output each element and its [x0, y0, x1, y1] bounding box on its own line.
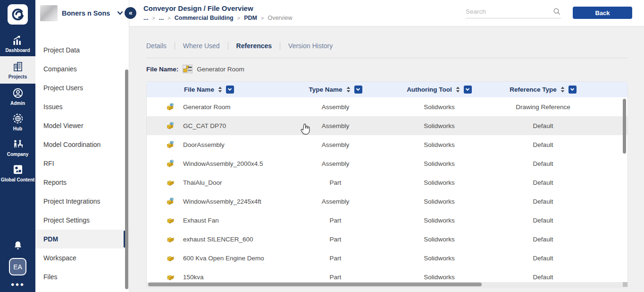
- tab-bar: DetailsWhere UsedReferencesVersion Histo…: [146, 42, 333, 50]
- type-name-cell: Part: [284, 217, 387, 224]
- authoring-tool-cell: Solidworks: [387, 103, 491, 111]
- table-horizontal-scrollbar-track[interactable]: [147, 282, 627, 287]
- search-input[interactable]: [466, 7, 553, 18]
- column-header-label: File Name: [184, 86, 214, 93]
- breadcrumb-separator: >: [167, 15, 170, 21]
- sidebar-item-global-content[interactable]: Global Content: [0, 160, 35, 186]
- sidebar-item-issues[interactable]: Issues: [35, 97, 129, 116]
- type-name-cell: Assembly: [284, 198, 387, 205]
- file-name-cell: exhaust SILENCER_600: [147, 235, 284, 243]
- sidebar-scrollbar[interactable]: [125, 69, 128, 289]
- table-vertical-scrollbar[interactable]: [623, 99, 626, 154]
- file-name-text: Generator Room: [183, 103, 231, 111]
- reference-type-cell: Default: [491, 236, 595, 243]
- overflow-menu-icon[interactable]: ●●●: [11, 283, 25, 286]
- sidebar-item-projects[interactable]: Projects: [0, 56, 35, 84]
- menu-item-label: Issues: [43, 103, 62, 111]
- filter-chevron-down-icon[interactable]: [464, 86, 472, 94]
- sidebar-item-label: Dashboard: [5, 48, 30, 53]
- tab-details[interactable]: Details: [146, 42, 167, 50]
- sort-arrows-icon[interactable]: [218, 86, 222, 93]
- reference-type-cell: Drawing Reference: [491, 103, 595, 111]
- sidebar-item-workspace[interactable]: Workspace: [35, 249, 129, 267]
- main-content: DetailsWhere UsedReferencesVersion Histo…: [129, 26, 644, 292]
- table-row[interactable]: ThaiAlu_DoorPartSolidworksDefault: [147, 173, 627, 192]
- back-button[interactable]: Back: [573, 7, 632, 19]
- table-row[interactable]: 600 Kva Open Engine DemoPartSolidworksDe…: [147, 249, 627, 267]
- sidebar-item-reports[interactable]: Reports: [35, 173, 129, 192]
- authoring-tool-cell: Solidworks: [387, 141, 491, 148]
- menu-item-label: Project Settings: [43, 216, 90, 224]
- tab-where-used[interactable]: Where Used: [183, 42, 220, 50]
- sidebar-item-files[interactable]: Files: [35, 267, 129, 286]
- sidebar-item-companies[interactable]: Companies: [35, 60, 129, 78]
- column-header-label: Authoring Tool: [407, 86, 452, 93]
- user-avatar[interactable]: EA: [9, 258, 26, 275]
- sort-arrows-icon[interactable]: [560, 86, 565, 93]
- search-box: [466, 7, 561, 18]
- column-header-authoring-tool: Authoring Tool: [387, 86, 491, 94]
- menu-item-label: Model Viewer: [43, 122, 84, 129]
- search-icon[interactable]: [553, 8, 561, 17]
- breadcrumb-item[interactable]: Commercial Building: [175, 15, 234, 21]
- table-row[interactable]: GC_CAT DP70AssemblySolidworksDefault: [147, 116, 627, 135]
- sidebar-item-rfi[interactable]: RFI: [35, 154, 129, 173]
- authoring-tool-cell: Solidworks: [387, 255, 491, 262]
- filter-chevron-down-icon[interactable]: [226, 86, 234, 94]
- assembly-icon: [167, 140, 175, 149]
- file-name-cell: 150kva: [147, 273, 284, 281]
- breadcrumb-item[interactable]: Overview: [268, 15, 292, 21]
- breadcrumb-item[interactable]: ...: [143, 15, 148, 21]
- notifications-bell-icon[interactable]: [13, 240, 23, 251]
- authoring-tool-cell: Solidworks: [387, 198, 491, 205]
- tab-version-history[interactable]: Version History: [288, 42, 333, 50]
- sidebar-item-project-settings[interactable]: Project Settings: [35, 211, 129, 230]
- sidebar-menu: Project DataCompaniesProject UsersIssues…: [35, 41, 129, 286]
- sort-arrows-icon[interactable]: [346, 86, 351, 93]
- filter-chevron-down-icon[interactable]: [354, 86, 362, 94]
- sidebar-item-hub[interactable]: Hub: [0, 109, 35, 135]
- table-body: Generator RoomAssemblySolidworksDrawing …: [147, 97, 627, 286]
- sort-arrows-icon[interactable]: [456, 86, 460, 93]
- table-header-row: File NameType NameAuthoring ToolReferenc…: [147, 82, 627, 97]
- reference-type-cell: Default: [491, 122, 595, 129]
- sidebar-item-model-coordination[interactable]: Model Coordination: [35, 135, 129, 154]
- breadcrumb-separator: >: [152, 15, 155, 21]
- table-row[interactable]: Generator RoomAssemblySolidworksDrawing …: [147, 97, 627, 116]
- workspace-selector[interactable]: Boners n Sons: [35, 0, 129, 26]
- table-row[interactable]: exhaust SILENCER_600PartSolidworksDefaul…: [147, 230, 627, 249]
- workspace-thumbnail: [40, 5, 58, 21]
- table-row[interactable]: Exhaust FanPartSolidworksDefault: [147, 211, 627, 230]
- table-row[interactable]: DoorAssemblyAssemblySolidworksDefault: [147, 135, 627, 154]
- sidebar-item-project-data[interactable]: Project Data: [35, 41, 129, 60]
- collapse-sidebar-button[interactable]: «: [124, 6, 137, 20]
- breadcrumb-item[interactable]: PDM: [244, 15, 257, 21]
- breadcrumb-item[interactable]: ...: [159, 15, 164, 21]
- file-name-cell: ThaiAlu_Door: [147, 178, 284, 187]
- sidebar-item-admin[interactable]: Admin: [0, 84, 35, 109]
- table-row[interactable]: WindowAssembly_2000x4.5AssemblySolidwork…: [147, 154, 627, 173]
- type-name-cell: Part: [284, 236, 387, 243]
- sidebar-item-model-viewer[interactable]: Model Viewer: [35, 116, 129, 135]
- file-name-text: 600 Kva Open Engine Demo: [183, 255, 264, 262]
- tab-divider: [228, 42, 228, 50]
- column-header-type-name: Type Name: [284, 86, 387, 94]
- tab-divider: [175, 42, 175, 50]
- sidebar-item-dashboard[interactable]: Dashboard: [0, 31, 35, 56]
- sidebar-item-pdm[interactable]: PDM: [35, 230, 129, 249]
- file-name-cell: WindowAssembly_2000x4.5: [147, 159, 284, 168]
- tab-references[interactable]: References: [236, 42, 272, 50]
- sidebar-item-company[interactable]: Company: [0, 135, 35, 160]
- sidebar-item-project-users[interactable]: Project Users: [35, 78, 129, 97]
- table-row[interactable]: WindowAssembly_2245x4ftAssemblySolidwork…: [147, 192, 627, 211]
- top-bar: Conveyor Design / File Overview ...>...>…: [129, 0, 644, 26]
- reference-type-cell: Default: [491, 160, 595, 167]
- sidebar-item-project-integrations[interactable]: Project Integrations: [35, 192, 129, 211]
- company-icon: [12, 138, 24, 150]
- type-name-cell: Assembly: [284, 122, 387, 129]
- chevron-down-icon: [117, 11, 123, 15]
- app-logo[interactable]: [8, 4, 28, 25]
- sidebar-item-label: Hub: [13, 126, 22, 131]
- table-horizontal-scrollbar-thumb[interactable]: [148, 283, 482, 286]
- filter-chevron-down-icon[interactable]: [569, 86, 577, 94]
